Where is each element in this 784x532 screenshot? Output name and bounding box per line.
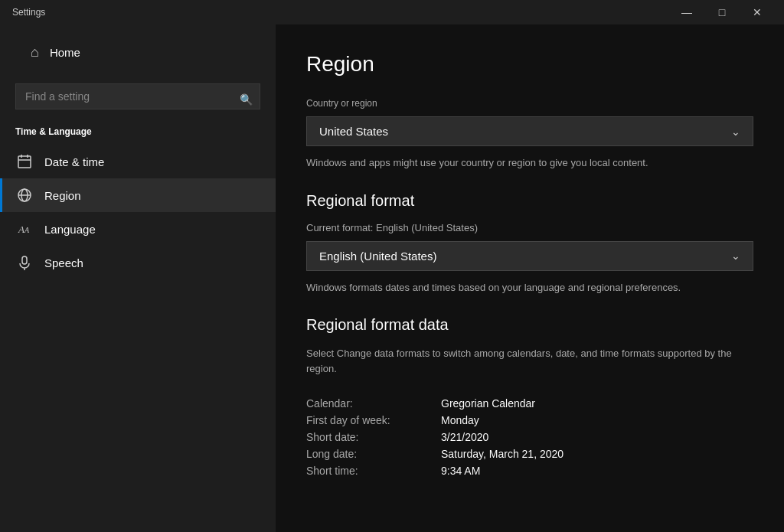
sidebar-item-home[interactable]: ⌂ Home (15, 37, 260, 68)
page-title: Region (306, 52, 753, 77)
search-input[interactable] (15, 83, 260, 109)
content-area: Region Country or region United States ⌄… (276, 24, 784, 532)
format-data-value: Saturday, March 21, 2020 (441, 448, 753, 460)
svg-rect-9 (22, 256, 27, 264)
app-title: Settings (12, 7, 45, 18)
speech-label: Speech (44, 256, 83, 269)
svg-text:A: A (18, 224, 24, 235)
format-data-value: Gregorian Calendar (441, 397, 753, 410)
format-data-key: Short date: (306, 431, 429, 443)
sidebar-item-region[interactable]: Region (0, 178, 276, 212)
regional-format-data-heading: Regional format data (306, 316, 753, 334)
format-data-key: Calendar: (306, 397, 429, 410)
language-icon: A A (15, 221, 34, 237)
format-data-value: 3/21/2020 (441, 431, 753, 443)
format-data-key: Short time: (306, 465, 429, 477)
sidebar-item-language[interactable]: A A Language (0, 212, 276, 246)
format-selected: English (United States) (319, 250, 436, 263)
regional-format-data-desc: Select Change data formats to switch amo… (306, 346, 753, 376)
format-data-grid: Calendar:Gregorian CalendarFirst day of … (306, 397, 753, 477)
format-data-key: First day of week: (306, 414, 429, 426)
date-time-label: Date & time (44, 155, 104, 168)
format-data-value: 9:34 AM (441, 465, 753, 477)
svg-text:A: A (24, 226, 30, 234)
speech-icon (15, 255, 34, 270)
regional-format-heading: Regional format (306, 192, 753, 210)
sidebar-item-date-time[interactable]: Date & time (0, 145, 276, 178)
date-time-icon (15, 154, 34, 169)
country-selected: United States (319, 125, 388, 138)
current-format-label: Current format: English (United States) (306, 222, 753, 233)
format-data-value: Monday (441, 414, 753, 426)
format-data-key: Long date: (306, 448, 429, 460)
home-label: Home (50, 46, 80, 59)
region-label: Region (44, 189, 81, 202)
svg-rect-0 (18, 156, 31, 168)
region-icon (15, 188, 34, 203)
sidebar-item-speech[interactable]: Speech (0, 246, 276, 279)
language-label: Language (44, 223, 96, 236)
app-container: ⌂ Home 🔍 Time & Language Date & time (0, 24, 784, 532)
country-dropdown[interactable]: United States ⌄ (306, 116, 753, 146)
sidebar-header: ⌂ Home (0, 24, 276, 77)
sidebar-section-label: Time & Language (0, 122, 276, 142)
chevron-down-icon: ⌄ (731, 126, 740, 138)
home-icon: ⌂ (31, 44, 39, 60)
country-label: Country or region (306, 98, 753, 109)
window-controls: — □ ✕ (669, 0, 775, 24)
close-button[interactable]: ✕ (740, 0, 775, 24)
format-chevron-icon: ⌄ (731, 250, 740, 262)
title-bar: Settings — □ ✕ (0, 0, 784, 24)
country-help-text: Windows and apps might use your country … (306, 155, 753, 171)
format-help-text: Windows formats dates and times based on… (306, 280, 753, 295)
minimize-button[interactable]: — (669, 0, 704, 24)
restore-button[interactable]: □ (704, 0, 740, 24)
format-dropdown[interactable]: English (United States) ⌄ (306, 241, 753, 271)
sidebar: ⌂ Home 🔍 Time & Language Date & time (0, 24, 276, 532)
search-container: 🔍 (0, 77, 276, 122)
